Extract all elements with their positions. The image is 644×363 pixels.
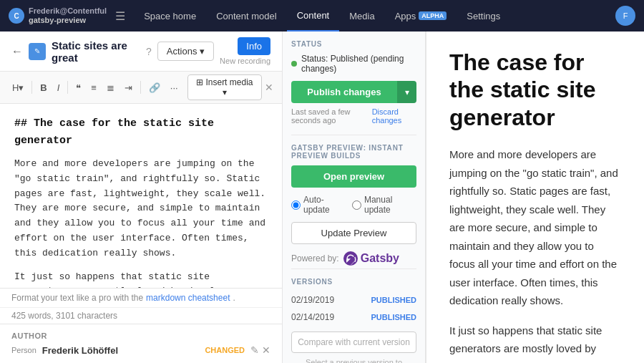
nav-apps[interactable]: Apps ALPHA — [385, 0, 457, 32]
saved-text: Last saved a few seconds ago — [291, 107, 372, 125]
entry-icon: ✎ — [29, 43, 46, 60]
discard-link[interactable]: Discard changes — [372, 107, 416, 125]
auto-update-radio[interactable] — [291, 200, 301, 210]
toolbar-separator-1 — [31, 81, 32, 94]
editor-footer: Format your text like a pro with the mar… — [0, 288, 282, 307]
status-row: Status: Published (pending changes) — [291, 54, 416, 74]
brand-top: Frederik@Contentful — [29, 6, 107, 16]
manual-update-label: Manual update — [364, 195, 416, 215]
manual-update-radio[interactable] — [352, 200, 361, 210]
italic-button[interactable]: I — [54, 80, 64, 95]
hamburger-icon[interactable]: ☰ — [115, 9, 125, 23]
status-dot — [291, 61, 297, 67]
ol-button[interactable]: ≣ — [103, 80, 118, 95]
gatsby-logo: Gatsby — [343, 251, 399, 266]
footer-text: Format your text like a pro with the — [11, 293, 143, 303]
author-name: Frederik Löhöffel — [42, 345, 200, 356]
saved-row: Last saved a few seconds ago Discard cha… — [291, 107, 416, 125]
delete-icon[interactable]: ✕ — [262, 344, 270, 356]
nav-space-home[interactable]: Space home — [134, 0, 206, 32]
nav-links: Space home Content model Content Media A… — [134, 0, 510, 32]
content-heading: ## The case for the static site generato… — [14, 115, 268, 150]
compare-note: Select a previous version to compare it … — [291, 357, 416, 363]
preview-title: The case for the static site generator — [449, 49, 621, 131]
preview-panel: The case for the static site generator M… — [426, 32, 644, 363]
author-label: Author — [11, 331, 270, 340]
publish-btn-wrap: Publish changes ▾ — [291, 81, 416, 103]
version-date-2: 02/14/2019 — [291, 312, 334, 322]
help-icon[interactable]: ? — [146, 46, 152, 57]
publish-button[interactable]: Publish changes — [291, 81, 397, 103]
edit-icon[interactable]: ✎ — [250, 344, 259, 356]
content-para-2: It just so happens that static site gene… — [14, 270, 268, 288]
brand-bot: gatsby-preview — [29, 16, 107, 25]
gatsby-name: Gatsby — [361, 252, 399, 265]
toolbar: H▾ B I ❝ ≡ ≣ ⇥ 🔗 ··· ⊞ Insert media ▾ ✕ — [0, 72, 282, 104]
insert-media-button[interactable]: ⊞ Insert media ▾ — [187, 74, 262, 100]
update-options: Auto-update Manual update — [291, 195, 416, 215]
indent-button[interactable]: ⇥ — [121, 80, 136, 95]
info-button[interactable]: Info — [238, 37, 270, 55]
versions-label: VERSIONS — [291, 278, 416, 286]
manual-update-option[interactable]: Manual update — [352, 195, 416, 215]
changed-badge: CHANGED — [205, 346, 245, 354]
actions-button[interactable]: Actions ▾ — [157, 42, 214, 61]
publish-arrow-button[interactable]: ▾ — [397, 81, 416, 103]
main-area: ← ✎ Static sites are great ? Actions ▾ I… — [0, 32, 644, 363]
avatar[interactable]: F — [615, 6, 635, 26]
author-edit-icons[interactable]: ✎ ✕ — [250, 344, 270, 356]
gatsby-section: GATSBY PREVIEW: INSTANT PREVIEW BUILDS O… — [291, 135, 416, 266]
toolbar-close-button[interactable]: ✕ — [265, 82, 273, 93]
compare-button[interactable]: Compare with current version — [291, 331, 416, 353]
nav-content[interactable]: Content — [287, 0, 340, 32]
nav-settings[interactable]: Settings — [457, 0, 510, 32]
more-button[interactable]: ··· — [167, 80, 182, 95]
version-row-1[interactable]: 02/19/2019 PUBLISHED — [291, 291, 416, 309]
quote-button[interactable]: ❝ — [72, 80, 84, 95]
status-section-label: STATUS — [291, 40, 416, 48]
author-section: Author Person Frederik Löhöffel CHANGED … — [0, 324, 282, 363]
nav-media[interactable]: Media — [339, 0, 384, 32]
nav-logo[interactable]: C Frederik@Contentful gatsby-preview — [9, 6, 107, 25]
toolbar-separator-2 — [67, 81, 68, 94]
markdown-cheatsheet-link[interactable]: markdown cheatsheet — [146, 293, 230, 303]
powered-by-text: Powered by: — [291, 253, 339, 263]
left-panel: ← ✎ Static sites are great ? Actions ▾ I… — [0, 32, 283, 363]
status-text: Status: Published (pending changes) — [301, 54, 416, 74]
back-button[interactable]: ← — [11, 45, 23, 58]
nav-content-model[interactable]: Content model — [206, 0, 287, 32]
update-preview-button[interactable]: Update Preview — [291, 222, 416, 244]
right-sidebar: STATUS Status: Published (pending change… — [283, 32, 426, 363]
logo-icon: C — [9, 8, 24, 24]
versions-section: VERSIONS 02/19/2019 PUBLISHED 02/14/2019… — [291, 268, 416, 363]
auto-update-option[interactable]: Auto-update — [291, 195, 346, 215]
preview-para-2: It just so happens that static site gene… — [449, 321, 621, 363]
alpha-badge: ALPHA — [419, 11, 447, 20]
version-row-2[interactable]: 02/14/2019 PUBLISHED — [291, 309, 416, 326]
ul-button[interactable]: ≡ — [87, 80, 100, 95]
powered-by: Powered by: Gatsby — [291, 251, 416, 266]
auto-update-label: Auto-update — [303, 195, 346, 215]
link-button[interactable]: 🔗 — [145, 80, 164, 95]
nav-right: F — [615, 6, 635, 26]
entry-title: Static sites are great — [52, 39, 140, 64]
version-status-2: PUBLISHED — [371, 313, 416, 321]
nav-brand: Frederik@Contentful gatsby-preview — [29, 6, 107, 25]
version-date-1: 02/19/2019 — [291, 295, 334, 305]
author-row: Person Frederik Löhöffel CHANGED ✎ ✕ — [11, 344, 270, 356]
new-recording-text: New recording — [220, 57, 270, 65]
bold-button[interactable]: B — [36, 80, 50, 95]
top-nav: C Frederik@Contentful gatsby-preview ☰ S… — [0, 0, 644, 32]
preview-para-1: More and more developers are jumping on … — [449, 145, 621, 310]
heading-button[interactable]: H▾ — [9, 80, 27, 95]
gatsby-section-label: GATSBY PREVIEW: INSTANT PREVIEW BUILDS — [291, 144, 416, 160]
editor-content[interactable]: ## The case for the static site generato… — [0, 104, 282, 288]
open-preview-button[interactable]: Open preview — [291, 165, 416, 188]
version-status-1: PUBLISHED — [371, 296, 416, 304]
toolbar-separator-3 — [140, 81, 141, 94]
gatsby-icon — [343, 251, 358, 266]
editor-header: ← ✎ Static sites are great ? Actions ▾ I… — [0, 32, 282, 72]
person-label: Person — [11, 346, 36, 354]
word-count: 425 words, 3101 characters — [0, 307, 282, 324]
content-para-1: More and more developers are jumping on … — [14, 157, 268, 261]
